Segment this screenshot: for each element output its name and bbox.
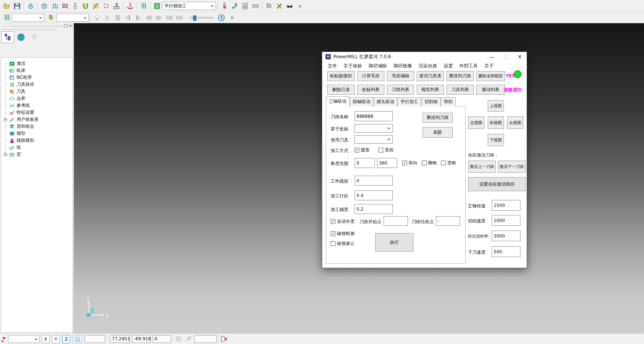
tree-item-nc-programs[interactable]: NC程序 xyxy=(1,74,72,81)
lightbulb-icon[interactable] xyxy=(92,13,102,22)
cutting-speed-input[interactable] xyxy=(492,215,520,226)
delete-entity-icon[interactable] xyxy=(26,1,35,11)
ball-tool-icon[interactable] xyxy=(70,1,80,11)
left-view-button[interactable]: 左视图 xyxy=(468,116,484,129)
stepover-input[interactable] xyxy=(355,190,393,200)
menu-settings[interactable]: 设置 xyxy=(440,63,456,69)
active-strategy-combo[interactable]: 平行精加工 xyxy=(162,2,216,10)
tree-item-levels-sets[interactable]: 层和组合 xyxy=(1,123,72,130)
menu-about-coords[interactable]: 关于坐标 xyxy=(340,63,365,69)
status-empty-field[interactable] xyxy=(85,335,105,343)
rearrange-toolpath-button[interactable]: 重排列刀路 xyxy=(423,113,453,123)
front-view-button[interactable]: 前视图 xyxy=(488,116,504,129)
bottom-view-button[interactable]: 下视图 xyxy=(488,134,504,146)
tree-item-patterns[interactable]: 参考线 xyxy=(1,102,72,109)
set-active-path-button[interactable]: 设置当前激活路径 xyxy=(468,177,526,191)
toolpaths-icon[interactable] xyxy=(139,1,148,11)
circular-checkbox[interactable]: ✓ xyxy=(355,148,359,152)
toolbar-close-button[interactable]: × xyxy=(297,3,303,9)
save-project-icon[interactable] xyxy=(12,1,22,11)
tool-library-button[interactable]: 星河刀具库 xyxy=(417,71,444,81)
nc-program-icon[interactable] xyxy=(60,1,70,11)
toolpath-list-button[interactable]: 刀路列表 xyxy=(387,85,414,95)
model-list-button[interactable]: 模型列表 xyxy=(417,85,444,95)
menu-file[interactable]: 文件 xyxy=(324,63,340,69)
maximize-button[interactable]: □ xyxy=(499,52,513,62)
tab-parallel[interactable]: 平行加工 xyxy=(398,97,421,106)
toolpaths-icon[interactable] xyxy=(2,13,11,22)
delete-all-models-button[interactable]: 删除全部模型 xyxy=(476,71,505,81)
line-checkbox[interactable] xyxy=(378,148,383,152)
y-axis-button[interactable]: Y xyxy=(52,335,60,343)
menu-path-mirror[interactable]: 路径镜像 xyxy=(390,63,415,69)
menu-about[interactable]: 关于 xyxy=(481,63,497,69)
tree-item-stock-models[interactable]: 残留模型 xyxy=(1,137,72,144)
tree-item-machine-tools[interactable]: 机床 xyxy=(1,67,72,74)
calc-block-button[interactable]: 计算毛坯 xyxy=(357,71,384,81)
panel-grip[interactable] xyxy=(1,27,56,30)
bidirectional-checkbox[interactable]: ✓ xyxy=(402,161,407,165)
z-axis-button[interactable]: Z xyxy=(62,335,70,343)
dialog-titlebar[interactable]: PowerMILL 忆梦星河 7.0.6 — □ × xyxy=(322,52,527,62)
paste-new-model-button[interactable]: 粘贴新模型 xyxy=(327,71,355,81)
menu-path-edit[interactable]: 路径编辑 xyxy=(365,63,390,69)
gouge-check-icon[interactable] xyxy=(81,1,90,11)
slider-handle[interactable] xyxy=(193,15,196,21)
refresh-button[interactable]: 刷新 xyxy=(423,127,453,138)
collision-avoid-checkbox[interactable] xyxy=(331,241,335,246)
simulation-speed-slider[interactable] xyxy=(190,17,213,18)
auto-length-checkbox[interactable]: ✓ xyxy=(331,219,335,224)
transform-swap-icon[interactable] xyxy=(274,1,284,11)
pattern-edit-icon[interactable] xyxy=(91,1,100,11)
base-coord-dropdown[interactable] xyxy=(355,124,393,133)
stock-remain-input[interactable] xyxy=(355,176,393,186)
toolpath-strategy-icon[interactable] xyxy=(50,1,59,11)
collision-check-checkbox[interactable]: ✓ xyxy=(331,231,335,236)
collision-check-icon[interactable] xyxy=(220,1,229,11)
delete-selected-button[interactable]: 删除已选 xyxy=(327,85,355,95)
toolpath-name-input[interactable] xyxy=(355,111,393,121)
xyz-list-icon[interactable] xyxy=(176,336,182,343)
grid-snap-button[interactable] xyxy=(72,335,82,343)
open-project-icon[interactable] xyxy=(2,1,11,11)
tolerance-input[interactable] xyxy=(355,204,393,214)
tool-list-button[interactable]: 刀具列表 xyxy=(446,85,474,95)
tab-world-view[interactable] xyxy=(15,31,27,43)
rewind-icon[interactable] xyxy=(144,13,153,22)
points-icon[interactable] xyxy=(101,1,111,11)
tab-explorer-tree[interactable] xyxy=(1,31,14,43)
tool-pair-icon[interactable] xyxy=(264,1,274,11)
top-view-button[interactable]: 上视图 xyxy=(488,100,504,112)
go-end-icon[interactable] xyxy=(175,13,184,22)
block-edit-button[interactable]: 毛坯编辑 xyxy=(387,71,414,81)
expand-icon[interactable]: + xyxy=(4,153,7,156)
drive-list-button[interactable]: 驱动列表 xyxy=(476,85,505,95)
tools-icon[interactable] xyxy=(46,13,56,22)
tab-3axis[interactable]: 三轴联动 xyxy=(326,96,349,107)
coord-list-button[interactable]: 坐标列表 xyxy=(357,85,384,95)
climb-checkbox[interactable] xyxy=(422,161,427,165)
tree-item-activate[interactable]: 激活 xyxy=(1,60,72,67)
tree-item-tools[interactable]: 刀具 xyxy=(1,88,72,95)
strategy-list-icon[interactable] xyxy=(152,1,162,11)
start-point-input[interactable] xyxy=(384,216,408,226)
spindle-speed-input[interactable] xyxy=(492,200,520,211)
angle-end-input[interactable] xyxy=(377,158,397,168)
close-button[interactable]: × xyxy=(513,52,527,62)
toolpath-verify-icon[interactable] xyxy=(125,1,135,11)
activate-prev-toolpath-button[interactable]: 激活上一刀路 xyxy=(468,161,496,173)
rearrange-toolpaths-button[interactable]: 重排列刀路 xyxy=(446,71,474,81)
status-combo[interactable] xyxy=(8,335,40,343)
skim-feedrate-input[interactable] xyxy=(492,231,520,241)
tab-4axis[interactable]: 四轴联动 xyxy=(350,97,373,106)
panel-grip[interactable] xyxy=(1,24,73,27)
toolpath-select-combo[interactable] xyxy=(12,14,44,22)
plunge-speed-input[interactable] xyxy=(492,246,520,257)
menu-external-tools[interactable]: 外部工具 xyxy=(456,63,481,69)
menu-render-sim[interactable]: 渲染仿真 xyxy=(415,63,440,69)
execute-button[interactable]: 执行 xyxy=(375,233,413,252)
right-view-button[interactable]: 右视图 xyxy=(507,116,523,129)
calculator-icon[interactable] xyxy=(240,1,250,11)
minimize-button[interactable]: — xyxy=(485,52,499,62)
tree-item-boundaries[interactable]: 边界 xyxy=(1,95,72,102)
